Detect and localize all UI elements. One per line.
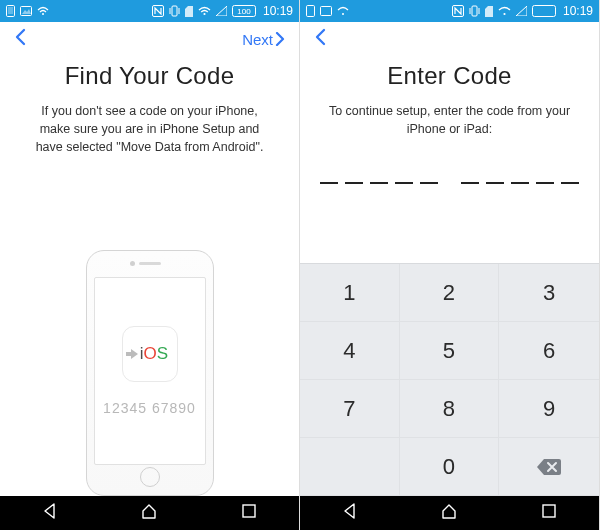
phone-illustration: i O S 12345 67890 [20,156,279,496]
svg-point-18 [503,13,505,15]
svg-point-3 [42,13,44,15]
numeric-keypad: 1 2 3 4 5 6 7 8 9 0 [300,263,599,496]
key-7[interactable]: 7 [300,380,400,438]
key-backspace[interactable] [499,438,599,496]
sim-icon [185,6,193,17]
nav-home-icon[interactable] [440,502,458,524]
svg-rect-5 [172,6,177,16]
key-0[interactable]: 0 [400,438,500,496]
key-8[interactable]: 8 [400,380,500,438]
status-bar: 100 10:19 [0,0,299,22]
battery-icon [532,5,558,17]
key-1[interactable]: 1 [300,264,400,322]
page-title: Enter Code [320,62,579,90]
app-header: Next [0,22,299,56]
status-time: 10:19 [563,4,593,18]
signal-icon [516,6,527,16]
key-2[interactable]: 2 [400,264,500,322]
sim-icon [485,6,493,17]
vibrate-icon [169,5,180,17]
svg-point-13 [342,13,344,15]
screen-enter-code: 10:19 Enter Code To continue setup, ente… [300,0,600,530]
svg-point-8 [203,13,205,15]
vibrate-icon [469,5,480,17]
screen-find-code: 100 10:19 Next Find Your Code If you don… [0,0,300,530]
nav-recent-icon[interactable] [540,502,558,524]
status-time: 10:19 [263,4,293,18]
phone-sample-code: 12345 67890 [103,400,196,416]
wifi-small-icon [37,6,49,16]
key-blank [300,438,400,496]
ios-logo: i O S [122,326,178,382]
key-4[interactable]: 4 [300,322,400,380]
nav-recent-icon[interactable] [240,502,258,524]
battery-text: 100 [237,7,251,16]
app-header [300,22,599,56]
wifi-icon [498,6,511,16]
nfc-icon [452,5,464,17]
key-3[interactable]: 3 [499,264,599,322]
nav-home-icon[interactable] [140,502,158,524]
key-9[interactable]: 9 [499,380,599,438]
content-find-code: Find Your Code If you don't see a code o… [0,56,299,496]
next-label: Next [242,31,273,48]
page-subtitle: To continue setup, enter the code from y… [320,102,579,138]
wifi-small-icon [337,6,349,16]
svg-rect-1 [8,7,13,14]
svg-rect-15 [472,6,477,16]
nav-back-icon[interactable] [41,502,59,524]
page-title: Find Your Code [20,62,279,90]
wifi-icon [198,6,211,16]
status-bar: 10:19 [300,0,599,22]
svg-rect-10 [243,505,255,517]
android-navbar [0,496,299,530]
svg-rect-19 [532,6,555,17]
key-6[interactable]: 6 [499,322,599,380]
back-button[interactable] [14,28,54,51]
nav-back-icon[interactable] [341,502,359,524]
next-button[interactable]: Next [242,31,285,48]
svg-rect-20 [543,505,555,517]
back-button[interactable] [314,28,354,51]
image-icon [320,6,332,16]
key-5[interactable]: 5 [400,322,500,380]
page-subtitle: If you don't see a code on your iPhone, … [20,102,279,156]
arrow-right-icon [131,349,138,359]
battery-icon: 100 [232,5,258,17]
signal-icon [216,6,227,16]
svg-rect-12 [321,7,332,16]
content-enter-code: Enter Code To continue setup, enter the … [300,56,599,263]
svg-rect-11 [307,6,315,17]
phone-icon [306,5,315,17]
phone-icon [6,5,15,17]
android-navbar [300,496,599,530]
image-icon [20,6,32,16]
nfc-icon [152,5,164,17]
